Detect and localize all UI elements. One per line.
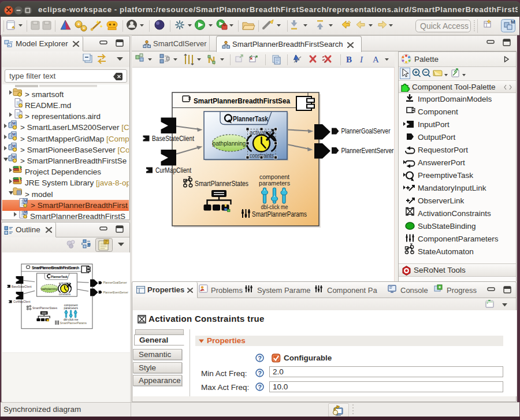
svg-text:PlannerGoalServer: PlannerGoalServer	[341, 127, 391, 135]
svg-text:B: B	[346, 55, 352, 64]
svg-text:MandatoryInputLink: MandatoryInputLink	[418, 184, 486, 192]
svg-text:SmartPlannerStates: SmartPlannerStates	[32, 307, 58, 310]
svg-text:ImportDomainModels: ImportDomainModels	[418, 95, 492, 103]
svg-text:dbl-click me: dbl-click me	[261, 203, 288, 210]
svg-text:ComponentParameters: ComponentParameters	[418, 235, 499, 243]
svg-text:?: ?	[258, 384, 262, 391]
svg-text:PlannerTask: PlannerTask	[51, 275, 68, 278]
svg-text:I: I	[359, 55, 363, 64]
svg-text:OutputPort: OutputPort	[418, 133, 456, 142]
svg-text:SmartPlannerBreadthFirstSea: SmartPlannerBreadthFirstSea	[194, 96, 291, 105]
svg-text:A: A	[373, 55, 379, 64]
svg-text:pathplanning: pathplanning	[213, 140, 246, 147]
svg-text:BaseStateClient: BaseStateClient	[12, 285, 32, 288]
svg-text:?: ?	[258, 370, 262, 377]
svg-text:System Parame: System Parame	[257, 286, 310, 295]
svg-text:SmartPlannerStates: SmartPlannerStates	[195, 180, 248, 188]
svg-text:constraints: constraints	[59, 292, 71, 296]
svg-text:Progress: Progress	[447, 286, 477, 295]
svg-text:component: component	[64, 304, 79, 307]
svg-text:Console: Console	[400, 286, 428, 295]
svg-text:dbl-click me: dbl-click me	[64, 318, 79, 321]
svg-text:?: ?	[258, 355, 262, 362]
svg-text:pathplanning: pathplanning	[41, 287, 57, 291]
svg-text:SmartPlannerParams: SmartPlannerParams	[252, 210, 307, 218]
svg-text:BaseStateClient: BaseStateClient	[152, 135, 195, 143]
svg-text:PlannerEventServer: PlannerEventServer	[341, 147, 394, 155]
svg-text:ActivationConstraints: ActivationConstraints	[418, 209, 491, 218]
svg-text:PreemptiveTask: PreemptiveTask	[418, 171, 473, 180]
svg-text:parameters: parameters	[64, 307, 78, 310]
svg-text:ObserverLink: ObserverLink	[418, 196, 465, 205]
svg-text:PlannerTask: PlannerTask	[233, 115, 268, 123]
svg-text:SmartPlannerParams: SmartPlannerParams	[60, 322, 87, 325]
svg-text:parameters: parameters	[259, 180, 290, 187]
svg-text:SmartPlannerBreadthFirstSearch: SmartPlannerBreadthFirstSearch	[32, 266, 79, 270]
svg-text:Quick Access: Quick Access	[420, 21, 469, 31]
svg-text:InputPort: InputPort	[418, 120, 450, 129]
svg-text:PlannerGoalServer: PlannerGoalServer	[103, 281, 127, 284]
svg-text:Component: Component	[418, 107, 458, 116]
svg-text:CurMapClient: CurMapClient	[13, 300, 31, 303]
svg-text:RequestorPort: RequestorPort	[418, 146, 468, 154]
svg-text:Component Pa: Component Pa	[327, 286, 377, 295]
svg-text:M: M	[511, 19, 515, 25]
svg-text:SubStateBinding: SubStateBinding	[418, 222, 476, 231]
svg-text:AnswererPort: AnswererPort	[418, 158, 465, 167]
svg-text:StateAutomaton: StateAutomaton	[418, 247, 474, 256]
svg-text:CurMapClient: CurMapClient	[155, 166, 192, 174]
svg-text:Problems: Problems	[211, 286, 243, 295]
svg-text:PlannerEventServer: PlannerEventServer	[103, 291, 129, 294]
